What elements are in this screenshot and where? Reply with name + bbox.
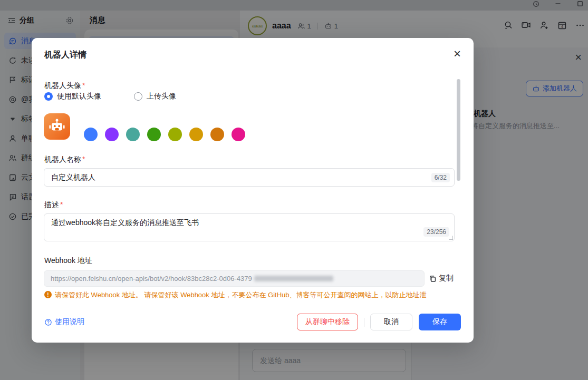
copy-icon	[429, 275, 437, 282]
webhook-url-input: https://open.feishu.cn/open-apis/bot/v2/…	[44, 270, 425, 287]
avatar-color-swatch[interactable]	[210, 128, 224, 141]
robot-icon	[46, 116, 68, 137]
webhook-warning: ! 请保管好此 Webhook 地址。 请保管好该 Webhook 地址，不要公…	[44, 290, 462, 300]
desc-field-label: 描述*	[44, 200, 63, 210]
copy-label: 复制	[439, 274, 454, 283]
avatar-color-swatch[interactable]	[189, 128, 203, 141]
bot-details-modal: 机器人详情 × 机器人头像* 使用默认头像 上传头像	[32, 38, 474, 343]
textarea-resize-handle[interactable]	[449, 236, 453, 240]
webhook-url-value: https://open.feishu.cn/open-apis/bot/v2/…	[51, 275, 252, 282]
bot-desc-textarea[interactable]: 通过webhook将自定义服务的消息推送至飞书 23/256	[44, 213, 455, 241]
avatar-color-options	[84, 128, 245, 141]
feishu-app-window: 分组 消息 未读 标记 @我 标签 单聊	[0, 0, 588, 380]
webhook-field-label: Webhook 地址	[44, 256, 92, 266]
avatar-color-swatch[interactable]	[84, 128, 98, 141]
avatar-color-swatch[interactable]	[168, 128, 182, 141]
footer-divider	[364, 318, 364, 327]
desc-char-counter: 23/256	[423, 227, 449, 237]
warning-icon: !	[44, 291, 52, 298]
usage-help-label: 使用说明	[55, 317, 84, 327]
save-button[interactable]: 保存	[419, 314, 461, 330]
usage-help-link[interactable]: 使用说明	[44, 317, 84, 327]
modal-footer: 使用说明 从群聊中移除 取消 保存	[44, 314, 461, 330]
modal-close-icon[interactable]: ×	[454, 47, 461, 60]
required-asterisk: *	[82, 81, 85, 90]
name-char-counter: 6/32	[431, 173, 450, 182]
bot-name-value: 自定义机器人	[51, 173, 431, 182]
avatar-color-swatch[interactable]	[232, 128, 245, 141]
help-icon	[44, 318, 52, 326]
avatar-color-swatch[interactable]	[126, 128, 140, 141]
copy-webhook-button[interactable]: 复制	[429, 274, 454, 283]
required-asterisk: *	[82, 155, 85, 163]
required-asterisk: *	[60, 200, 63, 209]
name-field-label: 机器人名称*	[44, 155, 85, 164]
cancel-button[interactable]: 取消	[370, 314, 412, 330]
avatar-field-label: 机器人头像*	[44, 81, 85, 91]
radio-upload-avatar-label: 上传头像	[147, 92, 176, 101]
modal-title: 机器人详情	[44, 50, 86, 61]
bot-avatar-preview[interactable]	[44, 113, 70, 140]
avatar-color-swatch[interactable]	[105, 128, 119, 141]
bot-desc-value: 通过webhook将自定义服务的消息推送至飞书	[51, 218, 450, 228]
webhook-url-blurred-part	[254, 276, 333, 281]
radio-default-avatar[interactable]	[44, 92, 53, 101]
bot-name-input[interactable]: 自定义机器人 6/32	[44, 168, 455, 187]
radio-upload-avatar[interactable]	[134, 92, 142, 101]
remove-from-chat-button[interactable]: 从群聊中移除	[297, 314, 358, 330]
avatar-color-swatch[interactable]	[147, 128, 161, 141]
modal-scrollbar-thumb[interactable]	[457, 79, 460, 181]
warning-text: 请保管好此 Webhook 地址。 请保管好该 Webhook 地址，不要公布在…	[55, 290, 427, 300]
radio-default-avatar-label: 使用默认头像	[57, 92, 101, 101]
